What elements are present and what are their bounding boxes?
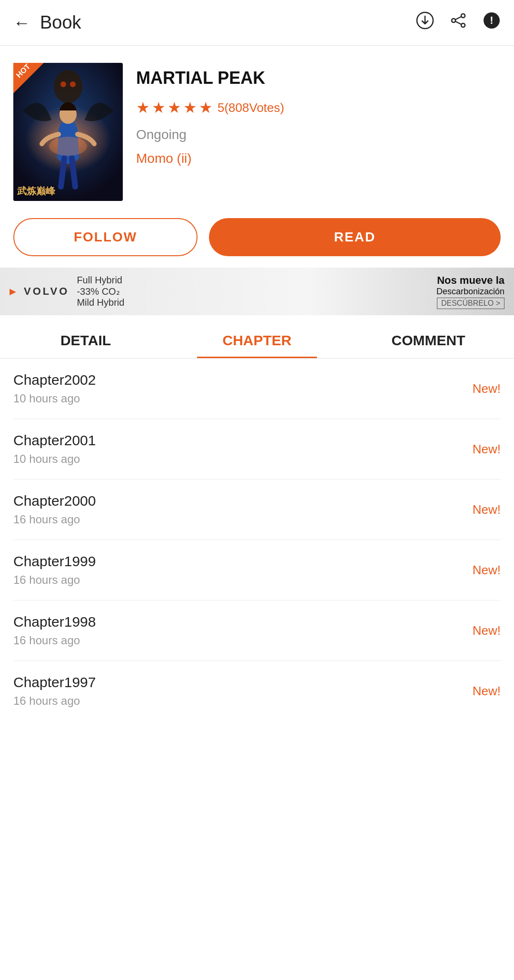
- ad-banner[interactable]: ▶ VOLVO Full Hybrid -33% CO₂ Mild Hybrid…: [0, 268, 514, 315]
- star-rating: ★ ★ ★ ★ ★: [136, 99, 213, 117]
- book-author[interactable]: Momo (ii): [136, 151, 501, 166]
- chapter-name: Chapter1998: [13, 614, 96, 630]
- star-1: ★: [136, 99, 150, 117]
- chapter-name: Chapter1999: [13, 553, 96, 570]
- star-4: ★: [183, 99, 197, 117]
- book-cover-wrap: 武炼巅峰 HOT: [13, 63, 123, 201]
- chapter-new-badge: New!: [473, 684, 501, 699]
- svg-point-11: [60, 81, 66, 87]
- book-info: 武炼巅峰 HOT MARTIAL PEAK ★ ★ ★ ★ ★ 5(808Vot…: [0, 46, 514, 210]
- star-2: ★: [152, 99, 166, 117]
- ad-right-title: Nos mueve la: [436, 274, 504, 287]
- chapter-name: Chapter2001: [13, 432, 96, 449]
- chapter-item[interactable]: Chapter2002 10 hours ago New!: [13, 359, 501, 419]
- back-button[interactable]: ←: [13, 14, 30, 31]
- chapter-new-badge: New!: [473, 502, 501, 517]
- svg-point-2: [452, 19, 455, 22]
- chapter-left: Chapter1997 16 hours ago: [13, 674, 96, 708]
- chapter-time: 16 hours ago: [13, 573, 96, 587]
- chapter-time: 16 hours ago: [13, 634, 96, 647]
- chapter-item[interactable]: Chapter1997 16 hours ago New!: [13, 661, 501, 721]
- svg-line-4: [455, 17, 461, 20]
- book-rating: ★ ★ ★ ★ ★ 5(808Votes): [136, 99, 501, 117]
- book-meta: MARTIAL PEAK ★ ★ ★ ★ ★ 5(808Votes) Ongoi…: [136, 63, 501, 166]
- tab-chapter[interactable]: CHAPTER: [171, 319, 343, 358]
- book-title: MARTIAL PEAK: [136, 68, 501, 88]
- chapter-new-badge: New!: [473, 381, 501, 396]
- cover-chinese-text: 武炼巅峰: [17, 185, 55, 197]
- tab-detail[interactable]: DETAIL: [0, 319, 171, 358]
- svg-point-10: [54, 70, 82, 103]
- header-icons: !: [416, 11, 501, 34]
- chapter-left: Chapter1999 16 hours ago: [13, 553, 96, 587]
- chapter-time: 10 hours ago: [13, 452, 96, 466]
- chapter-left: Chapter2002 10 hours ago: [13, 372, 96, 405]
- follow-button[interactable]: FOLLOW: [13, 218, 198, 256]
- ad-main-text: Full Hybrid -33% CO₂ Mild Hybrid: [77, 275, 124, 308]
- ad-right-subtitle: Descarbonización: [436, 287, 504, 297]
- share-icon[interactable]: [449, 11, 467, 34]
- chapter-item[interactable]: Chapter2000 16 hours ago New!: [13, 480, 501, 540]
- ad-text-hybrid: Full Hybrid: [77, 275, 124, 286]
- read-button[interactable]: READ: [209, 218, 501, 256]
- star-3: ★: [168, 99, 181, 117]
- chapter-item[interactable]: Chapter2001 10 hours ago New!: [13, 419, 501, 480]
- header: ← Book !: [0, 0, 514, 46]
- rating-votes: 5(808Votes): [217, 100, 284, 115]
- chapter-time: 10 hours ago: [13, 392, 96, 405]
- chapter-time: 16 hours ago: [13, 513, 96, 526]
- chapter-new-badge: New!: [473, 563, 501, 578]
- ad-right-button[interactable]: DESCÚBRELO >: [437, 298, 504, 309]
- tabs: DETAIL CHAPTER COMMENT: [0, 319, 514, 359]
- page-title: Book: [40, 12, 416, 33]
- chapter-name: Chapter1997: [13, 674, 96, 690]
- svg-point-12: [70, 81, 76, 87]
- ad-logo: VOLVO: [24, 285, 69, 298]
- svg-point-14: [49, 137, 87, 156]
- chapter-item[interactable]: Chapter1999 16 hours ago New!: [13, 540, 501, 600]
- chapter-new-badge: New!: [473, 623, 501, 638]
- book-actions: FOLLOW READ: [0, 210, 514, 268]
- svg-point-3: [461, 23, 465, 27]
- book-status: Ongoing: [136, 127, 501, 142]
- chapter-list: Chapter2002 10 hours ago New! Chapter200…: [0, 359, 514, 721]
- alert-icon[interactable]: !: [483, 11, 501, 34]
- chapter-name: Chapter2002: [13, 372, 96, 388]
- download-icon[interactable]: [416, 11, 434, 34]
- chapter-time: 16 hours ago: [13, 694, 96, 708]
- ad-right: Nos mueve la Descarbonización DESCÚBRELO…: [436, 274, 504, 309]
- chapter-name: Chapter2000: [13, 493, 96, 509]
- ad-text-mild: Mild Hybrid: [77, 297, 124, 308]
- ad-content: ▶ VOLVO Full Hybrid -33% CO₂ Mild Hybrid…: [0, 274, 514, 309]
- ad-text-co2: -33% CO₂: [77, 286, 124, 297]
- star-5: ★: [199, 99, 213, 117]
- svg-line-5: [455, 21, 461, 24]
- chapter-left: Chapter2000 16 hours ago: [13, 493, 96, 526]
- chapter-left: Chapter1998 16 hours ago: [13, 614, 96, 647]
- chapter-left: Chapter2001 10 hours ago: [13, 432, 96, 466]
- svg-point-1: [461, 14, 465, 18]
- ad-play-icon: ▶: [10, 286, 16, 297]
- tab-comment[interactable]: COMMENT: [343, 319, 514, 358]
- svg-text:!: !: [490, 14, 493, 26]
- chapter-item[interactable]: Chapter1998 16 hours ago New!: [13, 600, 501, 661]
- chapter-new-badge: New!: [473, 442, 501, 457]
